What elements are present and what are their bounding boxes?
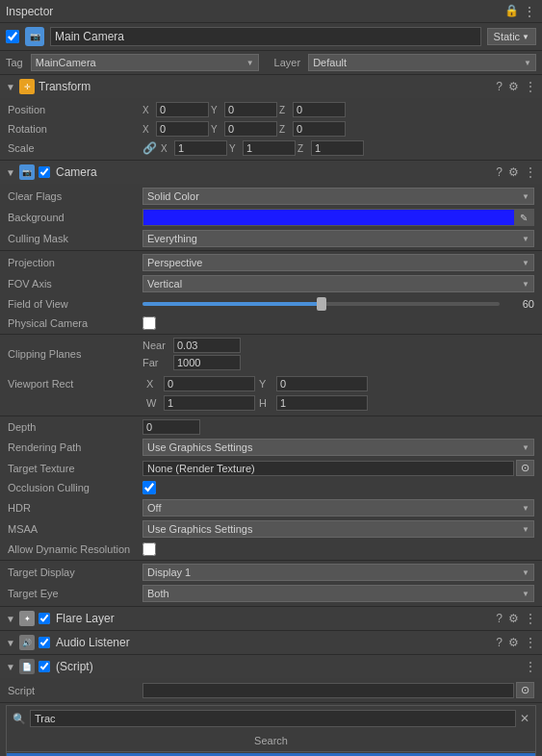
transform-menu-icon[interactable]: ⋮ — [525, 80, 536, 93]
audio-menu-icon[interactable]: ⋮ — [525, 636, 536, 649]
static-button[interactable]: Static ▼ — [487, 28, 536, 45]
position-label: Position — [8, 104, 142, 115]
menu-icon[interactable]: ⋮ — [523, 4, 536, 19]
color-picker-icon[interactable]: ✎ — [514, 210, 533, 225]
position-y[interactable] — [224, 102, 277, 117]
viewport-y[interactable] — [276, 376, 368, 391]
scale-label: Scale — [8, 142, 142, 154]
script-label: Script — [8, 685, 142, 696]
script-active-checkbox[interactable] — [39, 661, 50, 672]
scale-z[interactable] — [311, 140, 364, 156]
hdr-select[interactable]: Off — [142, 499, 534, 517]
object-icon: 📷 — [25, 27, 44, 46]
audio-listener-header[interactable]: ▼ 🔊 Audio Listener ? ⚙ ⋮ — [0, 631, 542, 654]
culling-mask-row: Culling Mask Everything — [0, 228, 542, 249]
rotation-label: Rotation — [8, 123, 142, 135]
script-row: Script ⊙ — [0, 680, 542, 700]
script-header[interactable]: ▼ 📄 (Script) ⋮ — [0, 655, 542, 678]
rotation-row: Rotation X Y Z — [0, 119, 542, 139]
viewport-h[interactable] — [276, 395, 368, 411]
depth-row: Depth — [0, 417, 542, 437]
rotation-y[interactable] — [224, 121, 277, 137]
popup-search-input[interactable] — [30, 710, 516, 727]
audio-settings-icon[interactable]: ⚙ — [508, 636, 519, 649]
flare-help-icon[interactable]: ? — [496, 612, 503, 625]
scale-x[interactable] — [174, 140, 227, 156]
audio-listener-checkbox[interactable] — [39, 637, 50, 648]
dynamic-resolution-checkbox[interactable] — [142, 542, 156, 556]
fov-axis-select[interactable]: Vertical — [142, 275, 534, 292]
camera-help-icon[interactable]: ? — [496, 165, 503, 179]
clipping-far-input[interactable] — [173, 355, 241, 370]
projection-select[interactable]: Perspective — [142, 254, 534, 271]
physical-camera-checkbox[interactable] — [142, 316, 156, 330]
object-active-checkbox[interactable] — [6, 30, 19, 43]
clipping-planes-sub: Near Far — [142, 338, 534, 370]
target-texture-input[interactable] — [142, 461, 514, 476]
rotation-x[interactable] — [156, 121, 209, 137]
rendering-path-label: Rendering Path — [8, 441, 142, 453]
flare-layer-icon: ✦ — [19, 611, 35, 626]
transform-component: ▼ ✛ Transform ? ⚙ ⋮ Position X Y Z — [0, 75, 542, 161]
script-pick-button[interactable]: ⊙ — [516, 682, 534, 698]
flare-settings-icon[interactable]: ⚙ — [508, 612, 519, 625]
flare-layer-header[interactable]: ▼ ✦ Flare Layer ? ⚙ ⋮ — [0, 607, 542, 630]
target-eye-select[interactable]: Both — [142, 585, 534, 602]
depth-input[interactable] — [142, 419, 200, 435]
viewport-x[interactable] — [164, 376, 255, 391]
occlusion-culling-checkbox[interactable] — [142, 481, 156, 494]
transform-settings-icon[interactable]: ⚙ — [508, 80, 519, 93]
position-x[interactable] — [156, 102, 209, 117]
flare-layer-checkbox[interactable] — [39, 613, 50, 624]
script-arrow: ▼ — [6, 662, 15, 672]
rendering-path-select[interactable]: Use Graphics Settings — [142, 439, 534, 456]
clipping-near-item: Near — [142, 338, 534, 353]
position-row: Position X Y Z — [0, 100, 542, 119]
tag-select[interactable]: MainCamera — [31, 54, 259, 71]
msaa-select[interactable]: Use Graphics Settings — [142, 520, 534, 538]
target-eye-row: Target Eye Both — [0, 583, 542, 604]
camera-settings-icon[interactable]: ⚙ — [508, 165, 519, 179]
target-eye-label: Target Eye — [8, 588, 142, 599]
script-menu-icon[interactable]: ⋮ — [525, 660, 536, 673]
flare-menu-icon[interactable]: ⋮ — [525, 612, 536, 625]
position-z[interactable] — [293, 102, 346, 117]
tag-layer-row: Tag MainCamera Layer Default — [0, 51, 542, 75]
lock-icon[interactable]: 🔒 — [504, 4, 519, 19]
script-value-input[interactable] — [142, 683, 514, 698]
layer-select[interactable]: Default — [308, 54, 536, 71]
occlusion-culling-row: Occlusion Culling — [0, 478, 542, 497]
transform-help-icon[interactable]: ? — [496, 80, 503, 93]
hdr-label: HDR — [8, 502, 142, 514]
script-name: (Script) — [56, 660, 521, 673]
background-color-bar[interactable]: ✎ — [142, 209, 534, 226]
viewport-w[interactable] — [164, 395, 255, 411]
culling-mask-select[interactable]: Everything — [142, 230, 534, 247]
script-icon: 📄 — [19, 659, 35, 674]
rotation-z[interactable] — [293, 121, 346, 137]
fov-slider-track[interactable] — [142, 302, 500, 306]
projection-row: Projection Perspective — [0, 252, 542, 273]
scale-y[interactable] — [243, 140, 296, 156]
viewport-line-xy: Viewport Rect X Y — [8, 374, 534, 393]
clear-flags-select[interactable]: Solid Color — [142, 188, 534, 205]
popup-clear-btn[interactable]: ✕ — [520, 712, 529, 725]
fov-slider-thumb[interactable] — [317, 297, 326, 311]
camera-header[interactable]: ▼ 📷 Camera ? ⚙ ⋮ — [0, 161, 542, 184]
msaa-label: MSAA — [8, 523, 142, 535]
camera-icon: 📷 — [19, 164, 35, 180]
target-display-row: Target Display Display 1 — [0, 562, 542, 583]
rendering-path-row: Rendering Path Use Graphics Settings — [0, 437, 542, 458]
target-texture-label: Target Texture — [8, 463, 142, 474]
transform-icon: ✛ — [19, 79, 35, 94]
target-texture-pick-btn[interactable]: ⊙ — [516, 460, 534, 476]
camera-menu-icon[interactable]: ⋮ — [525, 165, 536, 179]
msaa-row: MSAA Use Graphics Settings — [0, 518, 542, 540]
scale-link-icon[interactable]: 🔗 — [142, 141, 157, 155]
audio-help-icon[interactable]: ? — [496, 636, 503, 649]
target-display-select[interactable]: Display 1 — [142, 564, 534, 581]
clipping-near-input[interactable] — [173, 338, 241, 353]
object-name-input[interactable] — [50, 27, 481, 46]
transform-header[interactable]: ▼ ✛ Transform ? ⚙ ⋮ — [0, 75, 542, 98]
camera-active-checkbox[interactable] — [39, 166, 50, 178]
